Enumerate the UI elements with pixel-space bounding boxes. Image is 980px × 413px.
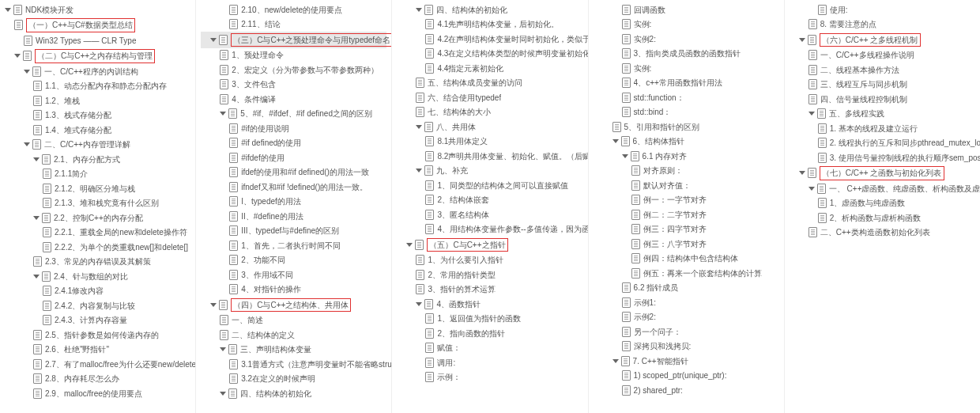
outline-item[interactable]: 2.9、malloc/free的使用要点 [5, 386, 190, 401]
outline-item[interactable]: 2.4、针与数组的对比 [5, 269, 190, 284]
outline-item[interactable]: 4.4指定元素初始化 [397, 61, 582, 76]
outline-item[interactable]: #if的使用说明 [201, 121, 386, 136]
outline-item[interactable]: 赋值： [397, 341, 582, 356]
outline-item[interactable]: 1) scoped_ptr(unique_ptr): [594, 369, 779, 384]
outline-item[interactable]: 4、对指针的操作 [201, 282, 386, 297]
expand-triangle-icon[interactable] [612, 359, 619, 363]
outline-item[interactable]: 例三：四字节对齐 [594, 222, 779, 237]
outline-item[interactable]: 2、功能不同 [201, 253, 386, 268]
expand-triangle-icon[interactable] [33, 275, 40, 278]
expand-triangle-icon[interactable] [33, 216, 40, 220]
expand-triangle-icon[interactable] [612, 139, 619, 143]
outline-item[interactable]: 2.2.2、为单个的类重载new[]和delete[] [5, 240, 190, 255]
outline-item[interactable]: 2.3、常见的内存错误及其解策 [5, 255, 190, 270]
outline-item[interactable]: 四、结构体的初始化 [397, 2, 582, 17]
outline-item[interactable]: ifdef的使用和#if defined()的用法一致 [201, 165, 386, 180]
expand-triangle-icon[interactable] [799, 38, 805, 42]
expand-triangle-icon[interactable] [799, 171, 805, 175]
outline-item[interactable]: 实例2: [594, 32, 779, 47]
outline-item[interactable]: 4.1先声明结构体变量，后初始化。 [397, 17, 582, 32]
outline-item[interactable]: （七）C/C++ 之函数与初始化列表 [790, 165, 975, 182]
outline-item[interactable]: 2.1、内存分配方式 [5, 152, 190, 167]
outline-item[interactable]: 调用: [397, 355, 582, 370]
expand-triangle-icon[interactable] [210, 303, 217, 307]
outline-item[interactable]: 1、虚函数与纯虚函数 [790, 196, 975, 211]
outline-item[interactable]: 1、首先，二者执行时间不同 [201, 238, 386, 253]
outline-item[interactable]: 回调函数 [594, 2, 779, 17]
outline-item[interactable]: 1、同类型的结构体之间可以直接赋值 [397, 178, 582, 193]
outline-item[interactable]: 2.4.1修改内容 [5, 284, 190, 299]
outline-item[interactable]: 7. C++智能指针 [594, 354, 779, 369]
outline-item[interactable]: （六）C/C++ 之多线程机制 [790, 32, 975, 48]
outline-item[interactable]: 1、预处理命令 [201, 48, 386, 63]
outline-item[interactable]: （三）C与C++之预处理命令与用typedef命名已有类型 [201, 32, 386, 48]
outline-item[interactable]: 一、简述 [201, 313, 386, 328]
outline-item[interactable]: 2.1.1简介 [5, 167, 190, 182]
expand-triangle-icon[interactable] [210, 38, 217, 42]
outline-item[interactable]: 九、补充 [397, 164, 582, 179]
expand-triangle-icon[interactable] [416, 169, 422, 172]
outline-item[interactable]: 实例: [594, 61, 779, 76]
outline-item[interactable]: I、typedef的用法 [201, 195, 386, 210]
outline-item[interactable]: 1.1、动态分配内存和静态分配内存 [5, 79, 190, 94]
outline-item[interactable]: 3.2在定义的时候声明 [201, 372, 386, 387]
outline-item[interactable]: 2.1.3、堆和栈究竟有什么区别 [5, 196, 190, 211]
expand-triangle-icon[interactable] [416, 302, 422, 306]
outline-item[interactable]: 6.1 内存对齐 [594, 149, 779, 164]
outline-item[interactable]: 5、引用和指针的区别 [594, 119, 779, 135]
expand-triangle-icon[interactable] [24, 142, 30, 146]
outline-item[interactable]: std::function： [594, 90, 779, 105]
expand-triangle-icon[interactable] [14, 54, 21, 58]
expand-triangle-icon[interactable] [33, 157, 40, 161]
expand-triangle-icon[interactable] [5, 8, 11, 12]
outline-item[interactable]: 4、条件编译 [201, 92, 386, 107]
outline-item[interactable]: 2.1.2、明确区分堆与栈 [5, 181, 190, 196]
expand-triangle-icon[interactable] [416, 125, 422, 129]
outline-item[interactable]: 例五：再来一个嵌套结构体的计算 [594, 266, 779, 281]
outline-item[interactable]: 示例1: [594, 295, 779, 310]
outline-item[interactable]: 例二：二字节对齐 [594, 207, 779, 222]
expand-triangle-icon[interactable] [406, 243, 413, 247]
outline-item[interactable]: 8. 需要注意的点 [790, 17, 975, 32]
outline-item[interactable]: （一）C++与C#数据类型总结 [5, 17, 190, 34]
outline-item[interactable]: 五、结构体成员变量的访问 [397, 76, 582, 91]
outline-item[interactable]: 2.10、new/delete的使用要点 [201, 2, 386, 17]
outline-item[interactable]: 3.1普通方式（注意声明变量时不能省略struct关键字，C++可以省略） [201, 357, 386, 372]
outline-item[interactable]: 二、C/C++内存管理详解 [5, 138, 190, 153]
outline-item[interactable]: 2.8、内存耗尽怎么办 [5, 372, 190, 387]
outline-item[interactable]: 3、文件包含 [201, 78, 386, 93]
outline-item[interactable]: 2.4.2、内容复制与比较 [5, 298, 190, 313]
outline-item[interactable]: 2. 线程执行的互斥和同步pthread_mutex_lock [790, 136, 975, 151]
outline-item[interactable]: 默认对齐值： [594, 178, 779, 193]
outline-item[interactable]: 4.3在定义结构体类型的时候声明变量初始化。 [397, 47, 582, 62]
outline-item[interactable]: 1、返回值为指针的函数 [397, 312, 582, 327]
outline-item[interactable]: 2.6、杜绝"野指针" [5, 343, 190, 358]
outline-item[interactable]: 3. 使用信号量控制线程的执行顺序sem_post [790, 150, 975, 165]
outline-item[interactable]: 三、线程互斥与同步机制 [790, 78, 975, 93]
outline-item[interactable]: 四、信号量线程控制机制 [790, 92, 975, 107]
expand-triangle-icon[interactable] [24, 70, 30, 74]
outline-item[interactable]: 4.2在声明结构体变量时同时初始化，类似于数组初始化。 [397, 32, 582, 47]
outline-item[interactable]: 4、函数指针 [397, 297, 582, 312]
outline-item[interactable]: 五、多线程实践 [790, 107, 975, 122]
outline-item[interactable]: #ifdef的使用 [201, 150, 386, 165]
expand-triangle-icon[interactable] [808, 112, 815, 116]
outline-item[interactable]: 2.2.1、重载全局的new和delete操作符 [5, 225, 190, 241]
outline-item[interactable]: 2.2、控制C++的内存分配 [5, 210, 190, 225]
expand-triangle-icon[interactable] [808, 187, 815, 191]
outline-item[interactable]: 1、为什么要引入指针 [397, 253, 582, 268]
outline-item[interactable]: 2、结构体嵌套 [397, 193, 582, 208]
expand-triangle-icon[interactable] [220, 112, 226, 116]
outline-item[interactable]: 六、结合使用typedef [397, 90, 582, 105]
outline-item[interactable]: 另一个问子： [594, 324, 779, 339]
outline-item[interactable]: 二、线程基本操作方法 [790, 63, 975, 78]
outline-item[interactable]: 1.4、堆式存储分配 [5, 123, 190, 138]
outline-item[interactable]: 示例2: [594, 310, 779, 325]
outline-item[interactable]: 2) shared_ptr: [594, 383, 779, 398]
outline-item[interactable]: NDK模块开发 [5, 2, 190, 17]
outline-item[interactable]: Win32 Types —— CLR Type [5, 33, 190, 48]
outline-item[interactable]: 四、结构体的初始化 [201, 386, 386, 401]
outline-item[interactable]: 对齐原则： [594, 164, 779, 179]
outline-item[interactable]: 例四：结构体中包含结构体 [594, 252, 779, 267]
expand-triangle-icon[interactable] [622, 154, 628, 158]
